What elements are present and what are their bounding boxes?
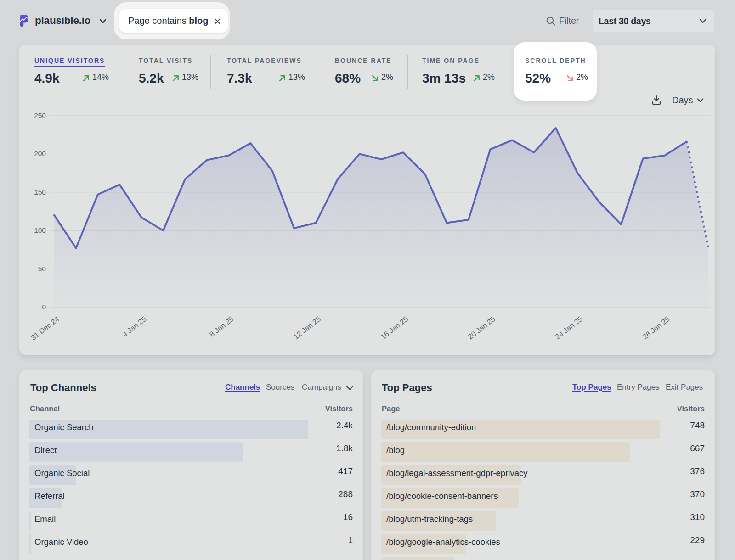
svg-text:20 Jan 25: 20 Jan 25 — [466, 315, 497, 341]
svg-text:24 Jan 25: 24 Jan 25 — [554, 315, 584, 341]
svg-text:150: 150 — [34, 188, 46, 196]
svg-text:250: 250 — [34, 112, 46, 119]
svg-text:50: 50 — [38, 265, 46, 273]
svg-text:100: 100 — [34, 226, 46, 234]
svg-text:16 Jan 25: 16 Jan 25 — [379, 315, 409, 341]
svg-text:200: 200 — [34, 150, 46, 157]
svg-text:4 Jan 25: 4 Jan 25 — [121, 315, 148, 338]
svg-text:12 Jan 25: 12 Jan 25 — [292, 315, 322, 341]
svg-text:28 Jan 25: 28 Jan 25 — [641, 315, 671, 341]
svg-text:31 Dec 24: 31 Dec 24 — [29, 315, 61, 342]
svg-text:8 Jan 25: 8 Jan 25 — [208, 315, 235, 338]
svg-text:0: 0 — [42, 303, 46, 311]
